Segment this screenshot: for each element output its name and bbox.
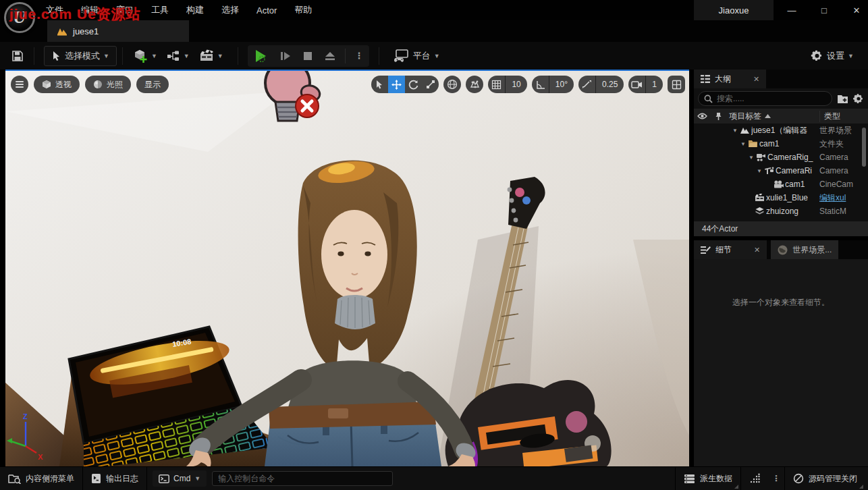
- menu-item[interactable]: 帮助: [294, 4, 312, 16]
- world-local-space-button[interactable]: [443, 76, 461, 93]
- blueprints-dropdown[interactable]: ▼: [162, 47, 194, 65]
- outliner-row[interactable]: ▼ xulie1_Blue 编辑xul: [694, 191, 868, 205]
- outliner-row[interactable]: ▼ zhuizong StaticM: [694, 205, 868, 218]
- svg-text:Z: Z: [23, 412, 28, 420]
- perspective-dropdown[interactable]: 透视: [34, 76, 80, 93]
- add-actor-dropdown[interactable]: ▼: [128, 45, 162, 67]
- level-viewport[interactable]: 10:08: [5, 70, 689, 466]
- world-settings-tab-label: 世界场景...: [792, 244, 832, 256]
- menu-item[interactable]: 编辑: [81, 4, 99, 16]
- label-column-header[interactable]: 项目标签: [726, 111, 819, 122]
- camera-speed-value[interactable]: 1: [645, 76, 663, 93]
- folder-icon: [748, 140, 759, 148]
- quad-view-icon: [672, 80, 682, 90]
- expand-arrow-icon[interactable]: ▼: [738, 141, 748, 147]
- outliner-row[interactable]: ▼ CameraRi Camera: [694, 164, 868, 178]
- eject-button[interactable]: [322, 49, 338, 63]
- tab-outliner[interactable]: 大纲 ✕: [694, 70, 766, 88]
- angle-icon: [535, 80, 545, 90]
- save-button[interactable]: [7, 47, 28, 65]
- type-column-header[interactable]: 类型: [819, 111, 868, 122]
- insights-button[interactable]: [741, 467, 768, 490]
- actor-label: cam1: [759, 139, 819, 148]
- camera-icon: [631, 80, 643, 89]
- outliner-icon: [701, 75, 710, 83]
- expand-arrow-icon[interactable]: ▼: [747, 155, 756, 161]
- content-drawer-button[interactable]: 内容侧滑菜单: [0, 467, 82, 490]
- derived-data-button[interactable]: 派生数据: [676, 467, 740, 490]
- statusbar-kebab[interactable]: ⋮: [768, 467, 784, 490]
- menu-item[interactable]: 工具: [151, 4, 169, 16]
- console-input[interactable]: [218, 474, 387, 483]
- outliner-search[interactable]: [698, 91, 832, 106]
- actor-type: 文件夹: [819, 138, 868, 150]
- surface-snapping-button[interactable]: [466, 76, 483, 93]
- tab-level-juese1[interactable]: juese1: [47, 20, 189, 42]
- console-input-box[interactable]: [212, 471, 393, 486]
- console-mode-dropdown[interactable]: Cmd ▼: [153, 470, 207, 487]
- camera-rig-icon: [756, 153, 767, 162]
- outliner-settings-icon[interactable]: [853, 93, 864, 104]
- grid-snap-value[interactable]: 10: [505, 76, 526, 93]
- pin-column-icon[interactable]: [710, 112, 726, 121]
- output-log-button[interactable]: 输出日志: [83, 467, 146, 490]
- move-icon: [391, 80, 402, 90]
- grid-snap-button[interactable]: [488, 76, 505, 93]
- show-dropdown[interactable]: 显示: [136, 76, 169, 93]
- frame-skip-button[interactable]: [277, 49, 294, 63]
- scale-snap-value[interactable]: 0.25: [595, 76, 624, 93]
- maximize-button[interactable]: □: [817, 5, 832, 16]
- play-controls: ⋮: [248, 45, 369, 67]
- platform-dropdown[interactable]: 平台 ▼: [389, 46, 445, 66]
- menu-item[interactable]: 文件: [46, 4, 63, 16]
- select-tool-button[interactable]: [371, 76, 388, 93]
- rotation-snap-button[interactable]: [532, 76, 549, 93]
- scale-tool-button[interactable]: [422, 76, 439, 93]
- details-icon: [701, 246, 711, 254]
- lit-label: 光照: [107, 79, 123, 90]
- diag-arrow-icon: [582, 80, 591, 89]
- scale-snap-button[interactable]: [578, 76, 595, 93]
- viewport-options-button[interactable]: [11, 76, 28, 93]
- tab-details[interactable]: 细节 ✕: [694, 240, 767, 259]
- outliner-row[interactable]: ▼ cam1 CineCam: [694, 178, 868, 191]
- title-bar: U 文件编辑窗口工具构建选择Actor帮助 Jiaoxue — □ ✕: [0, 0, 868, 20]
- menu-item[interactable]: 窗口: [116, 4, 134, 16]
- camera-speed-button[interactable]: [628, 76, 645, 93]
- expand-arrow-icon[interactable]: ▼: [730, 128, 740, 134]
- rotation-snap-value[interactable]: 10°: [549, 76, 574, 93]
- actor-label: CameraRi: [776, 166, 819, 175]
- minimize-button[interactable]: —: [784, 5, 799, 16]
- tab-world-settings[interactable]: 世界场景...: [771, 240, 838, 259]
- details-close-icon[interactable]: ✕: [754, 246, 760, 254]
- rotate-tool-button[interactable]: [405, 76, 422, 93]
- outliner-search-input[interactable]: [717, 94, 798, 103]
- outliner-row[interactable]: ▼ juese1（编辑器 世界场景: [694, 124, 868, 137]
- play-button[interactable]: [250, 47, 271, 65]
- lit-mode-dropdown[interactable]: 光照: [85, 76, 131, 93]
- source-control-button[interactable]: 源码管理关闭: [785, 467, 865, 490]
- close-button[interactable]: ✕: [849, 5, 864, 16]
- menu-item[interactable]: Actor: [256, 5, 277, 16]
- maximize-viewport-button[interactable]: [668, 76, 685, 93]
- select-mode-dropdown[interactable]: 选择模式 ▼: [44, 46, 117, 66]
- actor-label: cam1: [785, 180, 819, 189]
- outliner-row[interactable]: ▼ cam1 文件夹: [694, 137, 868, 151]
- create-folder-icon[interactable]: [837, 94, 848, 104]
- main-toolbar: 选择模式 ▼ ▼ ▼ ▼: [0, 42, 868, 70]
- menu-item[interactable]: 构建: [186, 4, 204, 16]
- play-options-kebab[interactable]: ⋮: [352, 49, 367, 63]
- stop-button[interactable]: [300, 49, 315, 63]
- grid-icon: [491, 80, 501, 90]
- settings-dropdown[interactable]: 设置 ▼: [806, 46, 859, 65]
- expand-arrow-icon[interactable]: ▼: [755, 168, 764, 174]
- outliner-scrollbar[interactable]: [862, 128, 866, 167]
- cinematics-dropdown[interactable]: ▼: [194, 46, 228, 65]
- outliner-close-icon[interactable]: ✕: [753, 75, 759, 84]
- move-tool-button[interactable]: [388, 76, 405, 93]
- outliner-row[interactable]: ▼ CameraRig_ Camera: [694, 151, 868, 164]
- level-icon: [57, 26, 67, 36]
- visibility-column-icon[interactable]: [694, 113, 710, 119]
- menu-item[interactable]: 选择: [221, 4, 239, 16]
- right-dock: 大纲 ✕ 项目标签 类型: [694, 70, 868, 466]
